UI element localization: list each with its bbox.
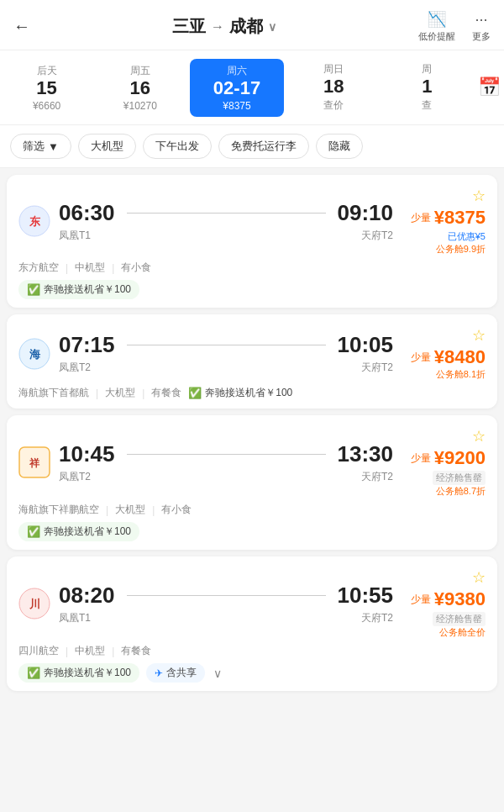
- date-bar: 后天 15 ¥6660 周五 16 ¥10270 周六 02-17 ¥8375 …: [0, 50, 504, 125]
- dep-airport-1: 凤凰T2: [59, 361, 91, 375]
- airline-logo-3: 川: [18, 588, 50, 620]
- flight-info-0: 东方航空 | 中机型 | 有小食: [18, 261, 486, 275]
- arr-airport-2: 天府T2: [361, 470, 393, 484]
- calendar-icon: 📅: [478, 76, 501, 98]
- filter-button[interactable]: 筛选 ▼: [10, 134, 71, 159]
- flight-info-1: 海航旗下首都航 | 大机型 | 有餐食 ✅ 奔驰接送机省￥100: [18, 386, 486, 400]
- more-label: 更多: [472, 30, 491, 43]
- dep-time-1: 07:15: [59, 332, 115, 358]
- expand-button-3[interactable]: ∨: [213, 667, 222, 680]
- low-price-label: 低价提醒: [418, 30, 455, 43]
- benz-badge-2: ✅ 奔驰接送机省￥100: [18, 522, 139, 541]
- star-icon-1[interactable]: ☆: [393, 326, 486, 345]
- date-label-0: 后天: [37, 64, 57, 78]
- svg-text:海: 海: [29, 348, 41, 361]
- price-sub1-0: 已优惠¥5: [393, 230, 486, 243]
- dep-airport-3: 凤凰T1: [59, 611, 91, 625]
- price-sub2-1: 公务舱8.1折: [393, 368, 486, 381]
- plane-type-1: 大机型: [105, 386, 135, 400]
- flight-info-2: 海航旗下祥鹏航空 | 大机型 | 有小食: [18, 503, 486, 517]
- flight-price-1: ☆ 少量 ¥8480 公务舱8.1折: [393, 326, 486, 381]
- date-price-3: 查价: [323, 98, 344, 113]
- svg-text:川: 川: [29, 598, 40, 610]
- svg-text:东: 东: [29, 215, 41, 228]
- star-icon-2[interactable]: ☆: [393, 427, 486, 446]
- arr-time-3: 10:55: [338, 583, 394, 609]
- price-sub2-0: 公务舱9.9折: [393, 243, 486, 256]
- flight-price-3: ☆ 少量 ¥9380 经济舱售罄 公务舱全价: [393, 568, 486, 639]
- origin-city: 三亚: [172, 15, 206, 38]
- benz-badge-1: ✅ 奔驰接送机省￥100: [188, 386, 292, 400]
- flight-price-2: ☆ 少量 ¥9200 经济舱售罄 公务舱8.7折: [393, 427, 486, 498]
- hide-label: 隐藏: [328, 139, 350, 154]
- badge-text-1: 奔驰接送机省￥100: [205, 386, 292, 400]
- date-label-2: 周六: [227, 64, 247, 78]
- star-icon-3[interactable]: ☆: [393, 568, 486, 587]
- meal-1: 有餐食: [151, 386, 181, 400]
- free-baggage-label: 免费托运行李: [231, 139, 297, 154]
- date-num-2: 02-17: [213, 78, 260, 98]
- date-label-1: 周五: [130, 64, 150, 78]
- flight-card-1[interactable]: 海 07:15 10:05 凤凰T2 天府T2 ☆ 少量 ¥8480: [7, 314, 497, 409]
- badge-text-3: 奔驰接送机省￥100: [44, 666, 131, 680]
- more-button[interactable]: ··· 更多: [472, 11, 491, 43]
- airline-name-0: 东方航空: [18, 261, 59, 275]
- flight-card-0[interactable]: 东 06:30 09:10 凤凰T1 天府T2 ☆ 少量 ¥8375: [7, 175, 497, 308]
- dep-airport-2: 凤凰T2: [59, 470, 91, 484]
- badge-row-3: ✅ 奔驰接送机省￥100 ✈ 含共享 ∨: [18, 663, 486, 683]
- share-badge-3: ✈ 含共享: [146, 663, 205, 683]
- route-line-1: [127, 345, 326, 345]
- arr-time-0: 09:10: [338, 200, 394, 226]
- flight-main-1: 海 07:15 10:05 凤凰T2 天府T2 ☆ 少量 ¥8480: [18, 326, 486, 381]
- back-button[interactable]: ←: [13, 17, 30, 36]
- calendar-button[interactable]: 📅: [474, 76, 504, 98]
- plane-share-icon: ✈: [155, 667, 163, 679]
- large-plane-filter[interactable]: 大机型: [78, 134, 136, 159]
- route-line-0: [127, 213, 326, 214]
- flight-card-3[interactable]: 川 08:20 10:55 凤凰T1 天府T2 ☆ 少量 ¥9380: [7, 556, 497, 691]
- date-label-4: 周: [422, 62, 432, 76]
- check-icon-1: ✅: [188, 387, 202, 399]
- meal-3: 有餐食: [121, 644, 151, 658]
- date-item-0[interactable]: 后天 15 ¥6660: [0, 59, 93, 117]
- afternoon-filter[interactable]: 下午出发: [143, 134, 212, 159]
- dep-airport-0: 凤凰T1: [59, 229, 91, 243]
- flight-list: 东 06:30 09:10 凤凰T1 天府T2 ☆ 少量 ¥8375: [0, 168, 504, 698]
- star-icon-0[interactable]: ☆: [393, 187, 486, 205]
- flight-card-2[interactable]: 祥 10:45 13:30 凤凰T2 天府T2 ☆ 少量 ¥9200: [7, 415, 497, 550]
- flight-main-0: 东 06:30 09:10 凤凰T1 天府T2 ☆ 少量 ¥8375: [18, 187, 486, 256]
- flight-info-3: 四川航空 | 中机型 | 有餐食: [18, 644, 486, 658]
- free-baggage-filter[interactable]: 免费托运行李: [218, 134, 309, 159]
- date-label-3: 周日: [323, 62, 344, 76]
- header: ← 三亚 → 成都 ∨ 📉 低价提醒 ··· 更多: [0, 0, 504, 50]
- date-price-2: ¥8375: [223, 100, 250, 112]
- flight-times-0: 06:30 09:10 凤凰T1 天府T2: [59, 200, 393, 243]
- route-line-2: [127, 454, 326, 455]
- dest-city: 成都: [229, 15, 263, 38]
- date-item-1[interactable]: 周五 16 ¥10270: [93, 59, 186, 117]
- low-price-alert-button[interactable]: 📉 低价提醒: [418, 10, 455, 43]
- date-item-2-active[interactable]: 周六 02-17 ¥8375: [190, 59, 283, 117]
- hide-filter[interactable]: 隐藏: [316, 134, 363, 159]
- more-icon: ···: [475, 11, 487, 29]
- plane-type-2: 大机型: [115, 503, 145, 517]
- plane-type-3: 中机型: [75, 644, 105, 658]
- badge-text-2: 奔驰接送机省￥100: [44, 525, 131, 539]
- dep-time-3: 08:20: [59, 583, 115, 609]
- price-sub2-2: 公务舱8.7折: [393, 485, 486, 498]
- date-item-3[interactable]: 周日 18 查价: [287, 57, 381, 118]
- date-num-1: 16: [130, 78, 150, 98]
- price-num-0: ¥8375: [434, 207, 486, 229]
- date-item-4[interactable]: 周 1 查: [381, 57, 474, 118]
- check-icon-3: ✅: [27, 667, 40, 679]
- badge-row-0: ✅ 奔驰接送机省￥100: [18, 280, 486, 299]
- route-arrow: →: [211, 19, 224, 34]
- benz-badge-3: ✅ 奔驰接送机省￥100: [18, 663, 139, 683]
- arr-airport-3: 天府T2: [361, 611, 393, 625]
- route-expand-icon[interactable]: ∨: [268, 20, 276, 34]
- airline-name-1: 海航旗下首都航: [18, 386, 89, 400]
- filter-label: 筛选: [23, 139, 45, 154]
- arr-airport-1: 天府T2: [361, 361, 393, 375]
- sold-out-2: 经济舱售罄: [433, 471, 486, 485]
- price-num-1: ¥8480: [434, 346, 486, 368]
